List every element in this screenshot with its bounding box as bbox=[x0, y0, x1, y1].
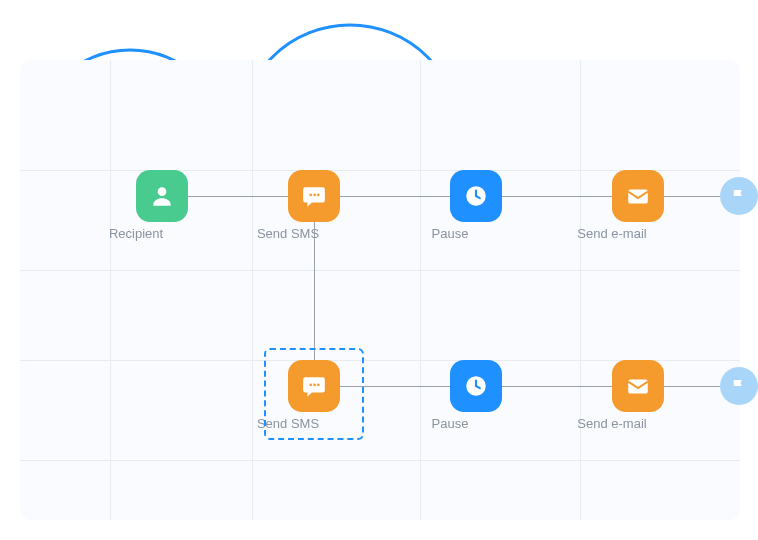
svg-rect-5 bbox=[628, 190, 648, 204]
flag-icon bbox=[730, 377, 748, 395]
svg-point-0 bbox=[158, 187, 167, 196]
node-label: Pause bbox=[432, 226, 469, 241]
flag-marker-2[interactable] bbox=[720, 367, 758, 405]
svg-point-6 bbox=[309, 384, 312, 387]
flag-icon bbox=[730, 187, 748, 205]
node-label: Send SMS bbox=[257, 416, 319, 431]
svg-rect-10 bbox=[628, 380, 648, 394]
node-label: Send e-mail bbox=[577, 416, 646, 431]
sms-icon bbox=[288, 360, 340, 412]
node-label: Send SMS bbox=[257, 226, 319, 241]
person-icon bbox=[136, 170, 188, 222]
svg-point-3 bbox=[317, 194, 320, 197]
flag-marker-1[interactable] bbox=[720, 177, 758, 215]
svg-point-1 bbox=[309, 194, 312, 197]
node-label: Recipient bbox=[109, 226, 163, 241]
mail-icon bbox=[612, 360, 664, 412]
svg-point-8 bbox=[317, 384, 320, 387]
workflow-canvas[interactable]: Recipient Send SMS Pause Send e-mail Sen… bbox=[20, 60, 740, 520]
svg-point-2 bbox=[313, 194, 316, 197]
sms-icon bbox=[288, 170, 340, 222]
clock-icon bbox=[450, 170, 502, 222]
clock-icon bbox=[450, 360, 502, 412]
node-label: Send e-mail bbox=[577, 226, 646, 241]
mail-icon bbox=[612, 170, 664, 222]
node-label: Pause bbox=[432, 416, 469, 431]
svg-point-7 bbox=[313, 384, 316, 387]
